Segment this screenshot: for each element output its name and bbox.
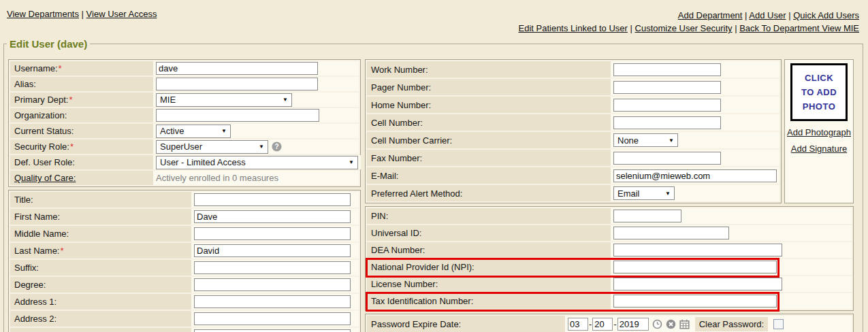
calendar-icon[interactable]	[679, 319, 690, 329]
national-provider-id-npi-input[interactable]	[613, 261, 777, 273]
form-row-organization: Organization:	[10, 108, 359, 122]
primary-dept-select[interactable]: MIE▼	[156, 93, 292, 107]
tax-identification-number-input[interactable]	[613, 295, 777, 308]
add-department-link[interactable]: Add Department	[678, 10, 743, 20]
e-mail-input[interactable]	[613, 169, 777, 182]
password-expire-date-m-input[interactable]	[568, 318, 588, 331]
field-label-cell: Fax Number:	[367, 150, 611, 166]
dea-number-input[interactable]	[613, 244, 782, 256]
field-label: Home Number:	[371, 100, 431, 110]
form-row-city: City:	[10, 328, 359, 332]
field-value-cell	[611, 259, 852, 275]
field-label: Organization:	[14, 110, 67, 120]
address-1-input[interactable]	[194, 295, 351, 308]
universal-id-input[interactable]	[613, 227, 729, 239]
top-nav-left: View Departments | View User Access	[7, 9, 157, 19]
field-label-cell: Primary Dept:*	[10, 93, 153, 107]
work-number-input[interactable]	[613, 63, 721, 76]
field-label: Last Name:	[14, 246, 59, 256]
edit-user-page: View Departments | View User Access Add …	[0, 0, 868, 332]
form-row-suffix: Suffix:	[10, 260, 359, 276]
photo-box-line: PHOTO	[794, 99, 844, 114]
form-row-username: Username:*	[10, 61, 359, 76]
quality-of-care-value: Actively enrolled in 0 measures	[156, 173, 278, 183]
form-row-last-name: Last Name:*	[10, 243, 359, 259]
pager-number-input[interactable]	[613, 81, 721, 94]
left-column: Username:*Alias:Primary Dept:*MIE▼Organi…	[8, 59, 361, 332]
security-role-select[interactable]: SuperUser▼	[156, 140, 268, 154]
fax-number-input[interactable]	[613, 152, 721, 165]
nav-separator: |	[742, 10, 749, 20]
back-to-department-view-mie-link[interactable]: Back To Department View MIE	[739, 23, 859, 33]
city-input[interactable]	[194, 329, 351, 332]
suffix-input[interactable]	[194, 261, 351, 274]
field-label: Pager Number:	[371, 82, 431, 93]
field-value-cell	[153, 77, 359, 91]
quality-of-care-link[interactable]: Quality of Care:	[14, 173, 76, 183]
first-name-input[interactable]	[194, 210, 351, 223]
add-photograph-link[interactable]: Add Photograph	[785, 127, 853, 137]
def-user-role-select[interactable]: User - Limited Access▼	[156, 156, 358, 169]
title-input[interactable]	[194, 193, 351, 206]
field-label-cell: Password Expire Date:	[367, 316, 565, 332]
cell-number-carrier-select[interactable]: None▼	[613, 133, 678, 147]
field-label-cell: Address 2:	[10, 311, 191, 327]
organization-input[interactable]	[156, 109, 319, 122]
field-label: Fax Number:	[371, 153, 422, 163]
form-row-middle-name: Middle Name:	[10, 226, 359, 242]
clear-date-icon[interactable]	[666, 319, 676, 329]
form-row-fax-number: Fax Number:	[367, 150, 779, 166]
field-value-cell: Actively enrolled in 0 measures	[153, 171, 359, 185]
field-value-cell	[153, 61, 359, 76]
photo-box-line: CLICK	[794, 71, 844, 85]
page-title: Edit User (dave)	[10, 38, 87, 50]
license-number-input[interactable]	[613, 278, 782, 290]
last-name-input[interactable]	[194, 244, 351, 257]
clear-password-checkbox[interactable]	[773, 319, 784, 329]
field-label: Def. User Role:	[14, 157, 75, 167]
clock-icon[interactable]	[652, 319, 662, 329]
field-value-cell	[611, 150, 779, 166]
chevron-down-icon: ▼	[665, 190, 671, 197]
field-label: Suffix:	[14, 263, 39, 273]
form-row-home-number: Home Number:	[367, 97, 779, 113]
edit-patients-linked-to-user-link[interactable]: Edit Patients Linked to User	[518, 23, 627, 33]
form-row-alias: Alias:	[10, 77, 359, 91]
current-status-select[interactable]: Active▼	[156, 124, 231, 138]
field-value-cell	[153, 108, 359, 122]
add-signature-link[interactable]: Add Signature	[785, 144, 853, 154]
chevron-down-icon: ▼	[669, 137, 674, 144]
identifiers-table: PIN:Universal ID:DEA Number:National Pro…	[365, 206, 854, 311]
password-expire-date-y-input[interactable]	[617, 318, 649, 331]
field-value-cell	[611, 79, 779, 95]
middle-name-input[interactable]	[194, 227, 351, 240]
view-user-access-link[interactable]: View User Access	[86, 9, 157, 19]
question-icon[interactable]: ?	[272, 142, 282, 152]
username-input[interactable]	[156, 62, 318, 75]
address-2-input[interactable]	[194, 312, 351, 325]
cell-number-input[interactable]	[613, 116, 721, 129]
field-label: E-Mail:	[371, 171, 398, 181]
degree-input[interactable]	[194, 278, 351, 291]
add-photo-box[interactable]: CLICK TO ADD PHOTO	[790, 63, 848, 121]
field-label: Universal ID:	[371, 228, 421, 238]
top-nav-right-row2: Edit Patients Linked to User | Customize…	[518, 22, 859, 35]
field-value-cell	[611, 293, 852, 309]
customize-user-security-link[interactable]: Customize User Security	[635, 23, 733, 33]
field-value-cell	[611, 242, 852, 258]
field-label: Username:	[14, 63, 58, 73]
required-asterisk: *	[70, 142, 74, 152]
password-expire-date-d-input[interactable]	[592, 318, 613, 331]
field-value-cell	[191, 209, 359, 225]
alias-input[interactable]	[156, 78, 318, 90]
quick-add-users-link[interactable]: Quick Add Users	[793, 10, 859, 20]
preferred-alert-method-select[interactable]: Email▼	[613, 186, 675, 200]
field-label-cell: Username:*	[10, 61, 153, 76]
dates-table: Password Expire Date:--Clear Password:Lo…	[365, 314, 854, 332]
pin-input[interactable]	[613, 210, 681, 222]
view-departments-link[interactable]: View Departments	[7, 9, 79, 19]
home-number-input[interactable]	[613, 99, 721, 112]
add-user-link[interactable]: Add User	[749, 10, 786, 20]
field-value-cell: Active▼	[153, 124, 359, 138]
field-value-cell	[191, 243, 359, 259]
